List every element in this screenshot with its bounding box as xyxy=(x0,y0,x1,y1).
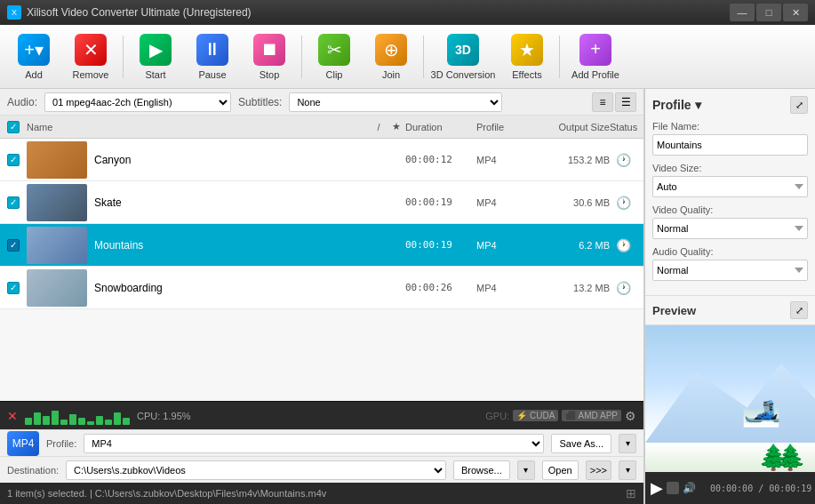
snowboarding-checkbox[interactable]: ✓ xyxy=(7,282,27,294)
grid-view-icon[interactable]: ⊞ xyxy=(626,486,636,500)
mountains-check-box[interactable]: ✓ xyxy=(7,239,20,252)
close-audio-button[interactable]: ✕ xyxy=(7,409,18,423)
3d-conversion-button[interactable]: 3D 3D Conversion xyxy=(429,28,497,85)
duration-header: Duration xyxy=(405,122,476,132)
canyon-check-box[interactable]: ✓ xyxy=(7,154,20,166)
ski-scene: 🎿 🌲 🌲 xyxy=(645,325,815,472)
preview-title: Preview xyxy=(652,304,696,317)
browse-button[interactable]: Browse... xyxy=(453,460,510,480)
audio-bar-5 xyxy=(60,420,68,425)
profile-expand-button[interactable]: ⤢ xyxy=(790,96,808,114)
toolbar-separator-1 xyxy=(123,36,124,78)
3d-label: 3D Conversion xyxy=(431,69,496,80)
toolbar: +▾ Add ✕ Remove ▶ Start ⏸ Pause ⏹ Stop ✂… xyxy=(0,25,815,89)
name-header: Name xyxy=(27,122,370,132)
settings-icon[interactable]: ⚙ xyxy=(625,409,636,423)
video-size-select[interactable]: Auto xyxy=(652,176,808,197)
canyon-profile: MP4 xyxy=(476,155,530,165)
remove-icon: ✕ xyxy=(75,34,107,66)
stop-label: Stop xyxy=(260,69,280,80)
skier-figure: 🎿 xyxy=(741,391,781,428)
detail-view-button[interactable]: ☰ xyxy=(615,92,636,112)
start-icon: ▶ xyxy=(140,34,172,66)
close-button[interactable]: ✕ xyxy=(783,4,808,21)
file-row-canyon[interactable]: ✓ Canyon 00:00:12 MP4 153.2 MB 🕐 xyxy=(0,139,643,181)
preview-controls: ▶ 🔊 00:00:00 / 00:00:19 ⊞ xyxy=(645,472,815,504)
more-button[interactable]: >>> xyxy=(586,460,611,480)
bottom-bar: ✕ CPU: 1.95% GPU: ⚡ CUDA ⬛ AMD APP xyxy=(0,401,643,429)
file-name-label: File Name: xyxy=(652,121,808,132)
audio-quality-label: Audio Quality: xyxy=(652,246,808,257)
snowboarding-thumb-image xyxy=(27,269,87,307)
subtitles-label: Subtitles: xyxy=(238,96,282,108)
subtitles-select[interactable]: None xyxy=(289,92,502,112)
title-area: X Xilisoft Video Converter Ultimate (Unr… xyxy=(7,5,252,20)
more-arrow-button[interactable]: ▾ xyxy=(619,460,636,480)
pause-button[interactable]: ⏸ Pause xyxy=(186,28,239,85)
clip-button[interactable]: ✂ Clip xyxy=(308,28,361,85)
file-name-input[interactable] xyxy=(652,134,808,156)
file-row-snowboarding[interactable]: ✓ Snowboarding 00:00:26 MP4 13.2 MB 🕐 xyxy=(0,267,643,309)
audio-bar-7 xyxy=(78,418,85,425)
skate-name: Skate xyxy=(94,196,370,209)
profile-row-label: Profile: xyxy=(46,438,76,449)
audio-select[interactable]: 01 mpeg4aac-2ch (English) xyxy=(44,92,231,112)
video-quality-label: Video Quality: xyxy=(652,204,808,215)
destination-select[interactable]: C:\Users\s.zubkov\Videos xyxy=(66,460,446,480)
video-quality-select[interactable]: Normal xyxy=(652,218,808,239)
save-as-button[interactable]: Save As... xyxy=(551,434,611,453)
mountains-thumbnail xyxy=(27,227,87,264)
status-header: Status xyxy=(610,122,636,132)
maximize-button[interactable]: □ xyxy=(756,4,781,21)
mountains-profile: MP4 xyxy=(476,240,530,251)
save-as-arrow-button[interactable]: ▾ xyxy=(619,434,636,453)
list-view-button[interactable]: ≡ xyxy=(592,92,613,112)
mountains-duration: 00:00:19 xyxy=(405,239,476,251)
remove-button[interactable]: ✕ Remove xyxy=(64,28,117,85)
minimize-button[interactable]: — xyxy=(730,4,755,21)
right-panel: Profile ▾ ⤢ File Name: Video Size: Auto … xyxy=(644,89,815,504)
join-button[interactable]: ⊕ Join xyxy=(364,28,418,85)
start-button[interactable]: ▶ Start xyxy=(129,28,182,85)
profile-select[interactable]: MP4 xyxy=(84,434,544,453)
toolbar-separator-2 xyxy=(301,36,302,78)
browse-arrow-button[interactable]: ▾ xyxy=(517,460,535,480)
status-text: 1 item(s) selected. | C:\Users\s.zubkov\… xyxy=(7,488,326,499)
skate-duration: 00:00:19 xyxy=(405,196,476,208)
snowboarding-duration: 00:00:26 xyxy=(405,282,476,293)
profile-panel-title: Profile ▾ xyxy=(652,98,701,112)
stop-button[interactable]: ⏹ Stop xyxy=(243,28,296,85)
snowboarding-check-box[interactable]: ✓ xyxy=(7,282,20,294)
stop-preview-button[interactable] xyxy=(667,482,679,494)
audio-quality-select[interactable]: Normal xyxy=(652,260,808,281)
snowboarding-profile: MP4 xyxy=(476,283,530,293)
select-all-checkbox[interactable]: ✓ xyxy=(7,121,20,133)
skate-check-box[interactable]: ✓ xyxy=(7,196,20,209)
play-button[interactable]: ▶ xyxy=(651,478,663,498)
preview-expand-button[interactable]: ⤢ xyxy=(790,301,808,319)
audio-bar-8 xyxy=(87,421,94,425)
canyon-checkbox[interactable]: ✓ xyxy=(7,154,27,166)
preview-panel: Preview ⤢ 🎿 🌲 🌲 ▶ 🔊 00:00:00 / 00:00:19 xyxy=(645,296,815,504)
canyon-thumb-image xyxy=(27,141,87,179)
audio-bar-11 xyxy=(114,412,121,425)
profile-panel: Profile ▾ ⤢ File Name: Video Size: Auto … xyxy=(645,89,815,296)
file-row-mountains[interactable]: ✓ Mountains 00:00:19 MP4 6.2 MB 🕐 xyxy=(0,224,643,267)
skate-checkbox[interactable]: ✓ xyxy=(7,196,27,209)
open-button[interactable]: Open xyxy=(542,460,579,480)
add-profile-button[interactable]: + Add Profile xyxy=(565,28,626,85)
preview-time: 00:00:00 / 00:00:19 xyxy=(710,484,811,493)
add-label: Add xyxy=(25,69,43,80)
audio-bar-3 xyxy=(43,416,50,425)
file-row-skate[interactable]: ✓ Skate 00:00:19 MP4 30.6 MB 🕐 xyxy=(0,181,643,224)
add-button[interactable]: +▾ Add xyxy=(7,28,60,85)
effects-button[interactable]: ★ Effects xyxy=(500,28,554,85)
output-size-header: Output Size xyxy=(530,122,610,132)
filelist-header: ✓ Name / ★ Duration Profile Output Size … xyxy=(0,116,643,139)
canyon-thumbnail xyxy=(27,141,87,179)
gpu-section: GPU: ⚡ CUDA ⬛ AMD APP ⚙ xyxy=(485,409,636,423)
toolbar-separator-4 xyxy=(559,36,560,78)
volume-icon[interactable]: 🔊 xyxy=(683,482,696,494)
mountains-status: 🕐 xyxy=(610,238,636,252)
mountains-checkbox[interactable]: ✓ xyxy=(7,239,27,252)
